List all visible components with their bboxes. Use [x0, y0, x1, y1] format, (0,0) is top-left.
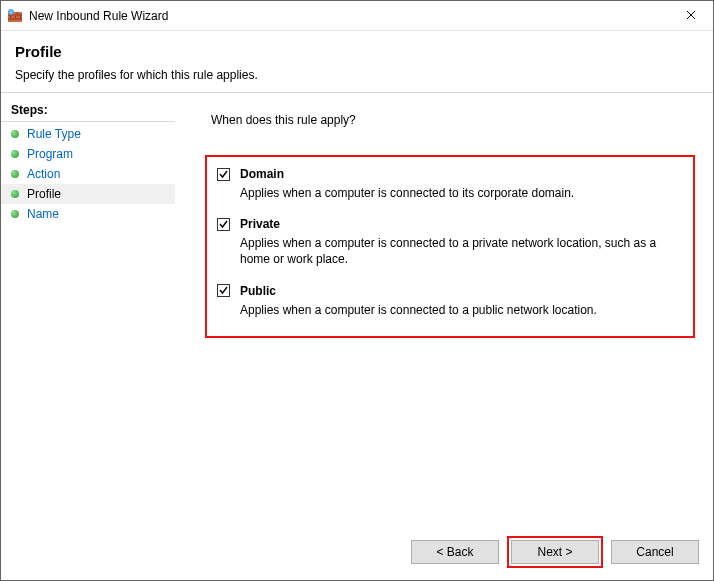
profile-public: Public Applies when a computer is connec…: [217, 284, 683, 318]
svg-rect-8: [20, 16, 21, 18]
back-button[interactable]: < Back: [411, 540, 499, 564]
prompt-text: When does this rule apply?: [211, 113, 695, 127]
step-action[interactable]: Action: [1, 164, 175, 184]
next-highlight: Next >: [507, 536, 603, 568]
profiles-highlight-box: Domain Applies when a computer is connec…: [205, 155, 695, 338]
steps-label: Steps:: [1, 99, 175, 122]
step-label: Action: [27, 167, 60, 181]
close-button[interactable]: [668, 1, 713, 30]
step-bullet-icon: [11, 130, 19, 138]
profile-label: Private: [240, 217, 280, 231]
profile-domain: Domain Applies when a computer is connec…: [217, 167, 683, 201]
svg-point-10: [9, 10, 13, 14]
steps-sidebar: Steps: Rule Type Program Action Profile …: [1, 93, 175, 580]
page-title: Profile: [15, 43, 701, 60]
step-label: Name: [27, 207, 59, 221]
step-label: Program: [27, 147, 73, 161]
cancel-button[interactable]: Cancel: [611, 540, 699, 564]
page-subtitle: Specify the profiles for which this rule…: [15, 68, 701, 82]
step-bullet-icon: [11, 170, 19, 178]
step-bullet-icon: [11, 150, 19, 158]
titlebar: New Inbound Rule Wizard: [1, 1, 713, 31]
profile-header: Private: [217, 217, 683, 231]
profile-header: Public: [217, 284, 683, 298]
svg-rect-3: [8, 20, 22, 22]
next-button[interactable]: Next >: [511, 540, 599, 564]
step-name[interactable]: Name: [1, 204, 175, 224]
step-bullet-icon: [11, 210, 19, 218]
close-icon: [686, 9, 696, 23]
profile-private: Private Applies when a computer is conne…: [217, 217, 683, 267]
body: Steps: Rule Type Program Action Profile …: [1, 92, 713, 580]
profile-description: Applies when a computer is connected to …: [240, 302, 683, 318]
window-title: New Inbound Rule Wizard: [29, 9, 668, 23]
profile-header: Domain: [217, 167, 683, 181]
checkbox-domain[interactable]: [217, 168, 230, 181]
profile-label: Domain: [240, 167, 284, 181]
svg-rect-5: [17, 12, 18, 14]
step-program[interactable]: Program: [1, 144, 175, 164]
step-label: Rule Type: [27, 127, 81, 141]
button-row: < Back Next > Cancel: [411, 536, 699, 568]
header: Profile Specify the profiles for which t…: [1, 31, 713, 92]
profile-description: Applies when a computer is connected to …: [240, 185, 683, 201]
profile-description: Applies when a computer is connected to …: [240, 235, 683, 267]
step-label: Profile: [27, 187, 61, 201]
firewall-icon: [7, 8, 23, 24]
content-pane: When does this rule apply? Domain Applie…: [175, 93, 713, 580]
step-bullet-icon: [11, 190, 19, 198]
svg-rect-7: [15, 16, 16, 18]
profile-label: Public: [240, 284, 276, 298]
checkbox-private[interactable]: [217, 218, 230, 231]
svg-rect-6: [10, 16, 11, 18]
checkbox-public[interactable]: [217, 284, 230, 297]
wizard-window: New Inbound Rule Wizard Profile Specify …: [0, 0, 714, 581]
step-profile[interactable]: Profile: [1, 184, 175, 204]
step-rule-type[interactable]: Rule Type: [1, 124, 175, 144]
